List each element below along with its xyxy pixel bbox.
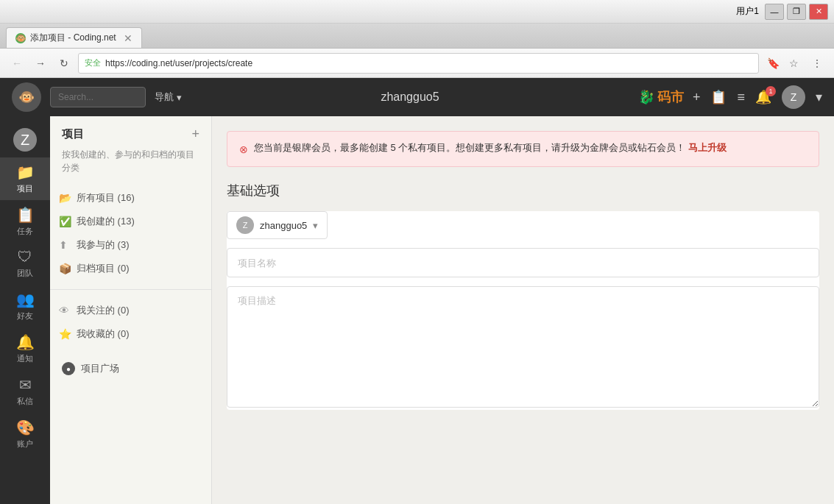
sidebar-item-my-projects[interactable]: ✅ 我创建的 (13)	[50, 210, 211, 233]
nav-actions: + 📋 ≡ 🔔 1 Z ▾	[693, 85, 822, 109]
minimize-button[interactable]: —	[765, 4, 784, 20]
nav-brand: 🐉 码市	[638, 88, 684, 106]
projects-icon: 📁	[16, 163, 35, 181]
sidebar-item-projects[interactable]: 📁 项目	[0, 157, 50, 200]
settings-icon[interactable]: ⋮	[808, 54, 827, 73]
archived-projects-label: 归档项目 (0)	[77, 262, 130, 275]
main-layout: Z 📁 项目 📋 任务 🛡 团队 👥 好友	[0, 116, 834, 504]
nav-dropdown[interactable]: 导航 ▾	[155, 90, 182, 104]
sidebar-item-archived-projects[interactable]: 📦 归档项目 (0)	[50, 257, 211, 280]
alert-icon: ⊗	[239, 141, 248, 157]
titlebar: 用户1 — ❐ ✕	[0, 0, 834, 24]
tasks-icon: 📋	[16, 206, 35, 224]
user-avatar-small: Z	[236, 216, 254, 234]
sidebar-projects-label: 项目	[17, 183, 33, 194]
sidebar-divider	[50, 289, 211, 290]
sidebar-item-avatar[interactable]: Z	[0, 122, 50, 157]
sidebar-subtitle: 按我创建的、参与的和归档的项目分类	[50, 148, 211, 183]
sidebar-projects-section: 📂 所有项目 (16) ✅ 我创建的 (13) ⬆ 我参与的 (3) 📦 归档项…	[50, 183, 211, 283]
sidebar-header: 项目 +	[50, 116, 211, 148]
bookmark-icon[interactable]: 🔖	[763, 54, 782, 73]
brand-text: 码市	[657, 88, 684, 106]
sidebar-friends-label: 好友	[17, 310, 33, 322]
my-projects-label: 我创建的 (13)	[77, 215, 135, 228]
ssl-badge: 安全	[85, 57, 101, 68]
add-icon[interactable]: +	[693, 90, 701, 105]
sidebar-item-starred[interactable]: ⭐ 我收藏的 (0)	[50, 322, 211, 346]
sidebar-item-all-projects[interactable]: 📂 所有项目 (16)	[50, 186, 211, 210]
back-button[interactable]: ←	[7, 54, 26, 73]
app-logo: 🐵	[12, 82, 41, 112]
sidebar-item-tasks[interactable]: 📋 任务	[0, 200, 50, 243]
sidebar-avatar-icon: Z	[13, 128, 37, 152]
close-button[interactable]: ✕	[809, 4, 828, 20]
top-nav: 🐵 导航 ▾ zhangguo5 🐉 码市 + 📋 ≡ 🔔 1	[0, 78, 834, 116]
sidebar-item-notifications[interactable]: 🔔 通知	[0, 327, 50, 370]
avatar-dropdown-arrow[interactable]: ▾	[816, 89, 822, 105]
tasks-nav-icon[interactable]: 📋	[710, 89, 727, 105]
project-desc-input[interactable]	[227, 286, 819, 408]
sidebar-account-label: 账户	[17, 439, 33, 450]
joined-projects-icon: ⬆	[59, 239, 71, 251]
app-container: 🐵 导航 ▾ zhangguo5 🐉 码市 + 📋 ≡ 🔔 1	[0, 78, 834, 504]
sidebar-item-marketplace[interactable]: ● 项目广场	[50, 355, 211, 383]
sidebar-add-button[interactable]: +	[191, 127, 199, 142]
marketplace-label: 项目广场	[81, 362, 119, 375]
sidebar-tasks-label: 任务	[17, 226, 33, 237]
notification-icon[interactable]: 🔔 1	[755, 89, 771, 105]
sidebar-item-team[interactable]: 🛡 团队	[0, 243, 50, 285]
search-input[interactable]	[50, 87, 146, 107]
left-sidebar: 项目 + 按我创建的、参与的和归档的项目分类 📂 所有项目 (16) ✅ 我创建…	[50, 116, 212, 504]
following-label: 我关注的 (0)	[77, 304, 130, 317]
upgrade-link[interactable]: 马上升级	[688, 142, 727, 153]
notifications-icon: 🔔	[16, 333, 35, 351]
address-bar[interactable]: 安全 https://coding.net/user/projects/crea…	[78, 53, 759, 74]
menu-nav-icon[interactable]: ≡	[737, 90, 745, 105]
user-dropdown[interactable]: Z zhangguo5 ▾	[227, 211, 328, 239]
sidebar-notifications-label: 通知	[17, 353, 33, 364]
user-name: zhangguo5	[260, 220, 307, 231]
notification-badge: 1	[766, 86, 776, 96]
user-label: 用户1	[736, 5, 759, 18]
starred-icon: ⭐	[59, 328, 71, 340]
icon-sidebar: Z 📁 项目 📋 任务 🛡 团队 👥 好友	[0, 116, 50, 504]
all-projects-icon: 📂	[59, 192, 71, 204]
create-project-form: Z zhangguo5 ▾	[227, 211, 819, 410]
section-title: 基础选项	[227, 182, 819, 199]
sidebar-item-account[interactable]: 🎨 账户	[0, 413, 50, 455]
starred-label: 我收藏的 (0)	[77, 327, 130, 341]
browser-toolbar: ← → ↻ 安全 https://coding.net/user/project…	[0, 49, 834, 78]
forward-button[interactable]: →	[31, 54, 50, 73]
sidebar-messages-label: 私信	[17, 396, 33, 407]
project-name-input[interactable]	[227, 248, 819, 277]
reload-button[interactable]: ↻	[54, 54, 74, 73]
tab-favicon: 🐵	[15, 33, 26, 43]
joined-projects-label: 我参与的 (3)	[77, 238, 130, 252]
sidebar-item-messages[interactable]: ✉ 私信	[0, 370, 50, 413]
sidebar-item-following[interactable]: 👁 我关注的 (0)	[50, 299, 211, 322]
marketplace-icon: ●	[62, 362, 75, 375]
restore-button[interactable]: ❐	[787, 4, 806, 20]
sidebar-item-joined-projects[interactable]: ⬆ 我参与的 (3)	[50, 233, 211, 257]
messages-icon: ✉	[19, 376, 32, 394]
nav-username: zhangguo5	[191, 90, 629, 104]
dropdown-arrow-icon: ▾	[177, 92, 182, 103]
following-icon: 👁	[59, 305, 71, 316]
sidebar-item-friends[interactable]: 👥 好友	[0, 285, 50, 327]
sidebar-secondary-section: 👁 我关注的 (0) ⭐ 我收藏的 (0)	[50, 296, 211, 349]
alert-text: 您当前是银牌会员，最多能创建 5 个私有项目。想创建更多私有项目，请升级为金牌会…	[254, 141, 727, 156]
active-tab[interactable]: 🐵 添加项目 - Coding.net ✕	[6, 27, 142, 48]
address-url: https://coding.net/user/projects/create	[105, 58, 252, 68]
user-select-row: Z zhangguo5 ▾	[227, 211, 819, 239]
archived-projects-icon: 📦	[59, 263, 71, 274]
tab-close-button[interactable]: ✕	[124, 32, 132, 44]
main-content: ⊗ 您当前是银牌会员，最多能创建 5 个私有项目。想创建更多私有项目，请升级为金…	[212, 116, 834, 504]
nav-avatar[interactable]: Z	[782, 85, 805, 109]
user-dropdown-arrow: ▾	[313, 220, 318, 231]
star-icon[interactable]: ☆	[784, 54, 803, 73]
my-projects-icon: ✅	[59, 216, 71, 227]
alert-box: ⊗ 您当前是银牌会员，最多能创建 5 个私有项目。想创建更多私有项目，请升级为金…	[227, 131, 819, 167]
brand-icon: 🐉	[638, 89, 654, 105]
team-icon: 🛡	[18, 249, 32, 266]
all-projects-label: 所有项目 (16)	[77, 191, 135, 205]
